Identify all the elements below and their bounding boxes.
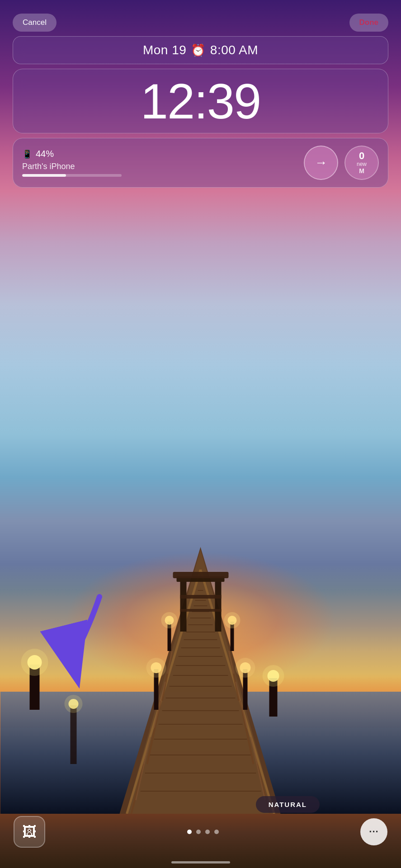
nav-arrow-icon: → — [315, 156, 327, 170]
arrow-overlay — [36, 588, 127, 714]
svg-rect-39 — [180, 582, 186, 632]
more-icon: ··· — [369, 826, 378, 838]
dot-4[interactable] — [214, 830, 219, 834]
svg-point-49 — [224, 612, 240, 628]
device-name: Parth's iPhone — [22, 162, 122, 171]
info-widget: 📱 44% Parth's iPhone → 0 new M — [13, 138, 388, 188]
mail-badge[interactable]: 0 new M — [344, 146, 379, 180]
alarm-icon: ⏰ — [191, 43, 206, 57]
mail-count: 0 — [359, 151, 364, 161]
nav-circle-button[interactable]: → — [304, 146, 338, 180]
photo-gallery-button[interactable]: 🖼 — [14, 816, 45, 848]
page-dots — [187, 830, 219, 834]
svg-point-46 — [161, 612, 177, 628]
battery-section: 📱 44% Parth's iPhone — [22, 149, 122, 177]
mail-new-label: new — [357, 161, 367, 167]
svg-point-55 — [235, 658, 255, 678]
dot-3[interactable] — [205, 830, 210, 834]
widget-icons-right: → 0 new M — [304, 146, 379, 180]
cancel-button[interactable]: Cancel — [13, 14, 57, 32]
battery-bar — [22, 174, 122, 177]
battery-label: 📱 44% — [22, 149, 122, 159]
phone-icon: 📱 — [22, 149, 32, 159]
dot-1[interactable] — [187, 830, 192, 834]
home-indicator — [171, 861, 230, 863]
time-widget: 12:39 — [13, 69, 388, 133]
alarm-time: 8:00 AM — [210, 43, 258, 57]
battery-percent: 44% — [36, 149, 54, 159]
svg-rect-40 — [215, 582, 221, 632]
battery-bar-fill — [22, 174, 66, 177]
bottom-bar: NATURAL 🖼 ··· — [0, 796, 401, 868]
arrow-svg — [36, 588, 127, 714]
dot-2[interactable] — [196, 830, 201, 834]
clock-display: 12:39 — [22, 74, 379, 128]
svg-point-61 — [262, 665, 284, 687]
date-text: Mon 19 — [143, 43, 186, 57]
svg-rect-41 — [173, 572, 228, 578]
done-button[interactable]: Done — [349, 14, 389, 32]
svg-marker-2 — [126, 549, 275, 814]
date-alarm-row: Mon 19 ⏰ 8:00 AM — [22, 43, 379, 57]
natural-label: NATURAL — [256, 796, 320, 813]
top-bar: Cancel Done — [0, 0, 401, 36]
svg-point-52 — [146, 658, 166, 678]
more-options-button[interactable]: ··· — [360, 818, 387, 845]
date-widget: Mon 19 ⏰ 8:00 AM — [13, 36, 388, 64]
widgets-area: Mon 19 ⏰ 8:00 AM 12:39 📱 44% Parth's iPh… — [13, 36, 388, 188]
bottom-controls: 🖼 ··· — [0, 816, 401, 848]
photo-gallery-icon: 🖼 — [22, 824, 37, 840]
mail-icon: M — [359, 167, 364, 175]
